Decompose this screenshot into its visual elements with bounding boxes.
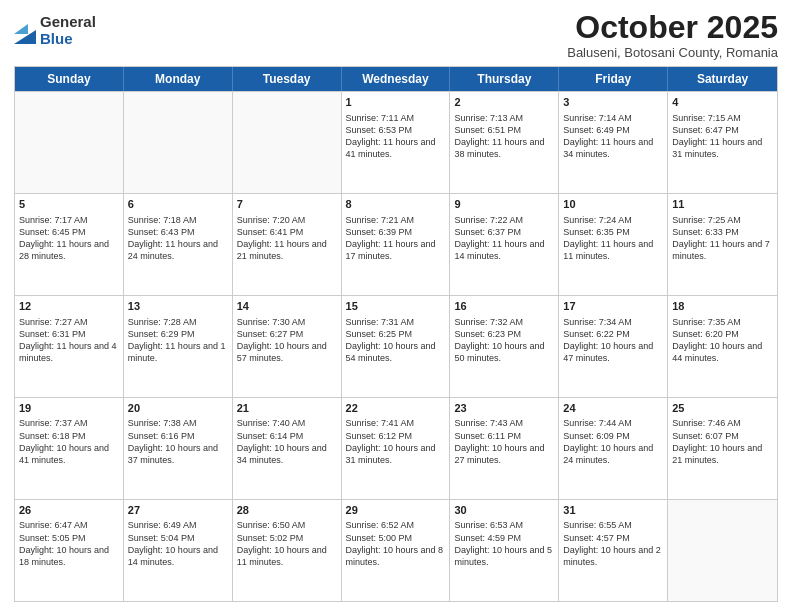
cal-cell-w1-d6: 3Sunrise: 7:14 AMSunset: 6:49 PMDaylight… <box>559 92 668 193</box>
calendar-week-5: 26Sunrise: 6:47 AMSunset: 5:05 PMDayligh… <box>15 499 777 601</box>
day-number: 25 <box>672 401 773 416</box>
cal-cell-w2-d4: 8Sunrise: 7:21 AMSunset: 6:39 PMDaylight… <box>342 194 451 295</box>
header-thursday: Thursday <box>450 67 559 91</box>
cell-content-line: Daylight: 10 hours and 21 minutes. <box>672 442 773 466</box>
cal-cell-w5-d5: 30Sunrise: 6:53 AMSunset: 4:59 PMDayligh… <box>450 500 559 601</box>
day-number: 17 <box>563 299 663 314</box>
cell-content-line: Sunset: 6:37 PM <box>454 226 554 238</box>
cal-cell-w2-d1: 5Sunrise: 7:17 AMSunset: 6:45 PMDaylight… <box>15 194 124 295</box>
cell-content-line: Sunset: 6:22 PM <box>563 328 663 340</box>
cal-cell-w1-d1 <box>15 92 124 193</box>
cal-cell-w3-d5: 16Sunrise: 7:32 AMSunset: 6:23 PMDayligh… <box>450 296 559 397</box>
cal-cell-w4-d3: 21Sunrise: 7:40 AMSunset: 6:14 PMDayligh… <box>233 398 342 499</box>
calendar: Sunday Monday Tuesday Wednesday Thursday… <box>14 66 778 602</box>
cell-content-line: Sunrise: 7:21 AM <box>346 214 446 226</box>
cell-content-line: Sunset: 6:12 PM <box>346 430 446 442</box>
cell-content-line: Daylight: 10 hours and 41 minutes. <box>19 442 119 466</box>
cell-content-line: Daylight: 11 hours and 17 minutes. <box>346 238 446 262</box>
cell-content-line: Sunset: 6:39 PM <box>346 226 446 238</box>
location-subtitle: Baluseni, Botosani County, Romania <box>567 45 778 60</box>
cell-content-line: Sunset: 6:14 PM <box>237 430 337 442</box>
cell-content-line: Daylight: 11 hours and 34 minutes. <box>563 136 663 160</box>
cell-content-line: Sunrise: 6:55 AM <box>563 519 663 531</box>
cell-content-line: Daylight: 11 hours and 41 minutes. <box>346 136 446 160</box>
cell-content-line: Sunset: 6:33 PM <box>672 226 773 238</box>
cal-cell-w2-d6: 10Sunrise: 7:24 AMSunset: 6:35 PMDayligh… <box>559 194 668 295</box>
cell-content-line: Daylight: 10 hours and 24 minutes. <box>563 442 663 466</box>
cell-content-line: Sunrise: 7:46 AM <box>672 417 773 429</box>
cal-cell-w4-d1: 19Sunrise: 7:37 AMSunset: 6:18 PMDayligh… <box>15 398 124 499</box>
day-number: 11 <box>672 197 773 212</box>
day-number: 18 <box>672 299 773 314</box>
cell-content-line: Sunrise: 7:30 AM <box>237 316 337 328</box>
cell-content-line: Sunrise: 6:50 AM <box>237 519 337 531</box>
cell-content-line: Sunset: 6:31 PM <box>19 328 119 340</box>
cal-cell-w5-d6: 31Sunrise: 6:55 AMSunset: 4:57 PMDayligh… <box>559 500 668 601</box>
day-number: 29 <box>346 503 446 518</box>
cal-cell-w5-d3: 28Sunrise: 6:50 AMSunset: 5:02 PMDayligh… <box>233 500 342 601</box>
cell-content-line: Sunrise: 6:53 AM <box>454 519 554 531</box>
day-number: 23 <box>454 401 554 416</box>
cell-content-line: Sunrise: 7:17 AM <box>19 214 119 226</box>
day-number: 5 <box>19 197 119 212</box>
cell-content-line: Sunrise: 7:37 AM <box>19 417 119 429</box>
cell-content-line: Daylight: 10 hours and 27 minutes. <box>454 442 554 466</box>
cal-cell-w3-d2: 13Sunrise: 7:28 AMSunset: 6:29 PMDayligh… <box>124 296 233 397</box>
cell-content-line: Sunset: 6:11 PM <box>454 430 554 442</box>
cell-content-line: Daylight: 10 hours and 18 minutes. <box>19 544 119 568</box>
calendar-header-row: Sunday Monday Tuesday Wednesday Thursday… <box>15 67 777 91</box>
cal-cell-w2-d7: 11Sunrise: 7:25 AMSunset: 6:33 PMDayligh… <box>668 194 777 295</box>
cell-content-line: Sunset: 6:27 PM <box>237 328 337 340</box>
cell-content-line: Sunrise: 7:44 AM <box>563 417 663 429</box>
cell-content-line: Daylight: 11 hours and 1 minute. <box>128 340 228 364</box>
cal-cell-w3-d4: 15Sunrise: 7:31 AMSunset: 6:25 PMDayligh… <box>342 296 451 397</box>
day-number: 1 <box>346 95 446 110</box>
cell-content-line: Sunset: 6:45 PM <box>19 226 119 238</box>
logo-blue-text: Blue <box>40 31 96 48</box>
cell-content-line: Sunrise: 7:32 AM <box>454 316 554 328</box>
day-number: 30 <box>454 503 554 518</box>
cell-content-line: Sunrise: 7:40 AM <box>237 417 337 429</box>
day-number: 15 <box>346 299 446 314</box>
cell-content-line: Sunset: 6:35 PM <box>563 226 663 238</box>
cal-cell-w3-d6: 17Sunrise: 7:34 AMSunset: 6:22 PMDayligh… <box>559 296 668 397</box>
cell-content-line: Daylight: 10 hours and 57 minutes. <box>237 340 337 364</box>
cell-content-line: Sunrise: 6:47 AM <box>19 519 119 531</box>
cal-cell-w5-d4: 29Sunrise: 6:52 AMSunset: 5:00 PMDayligh… <box>342 500 451 601</box>
cell-content-line: Sunset: 6:07 PM <box>672 430 773 442</box>
cell-content-line: Daylight: 11 hours and 24 minutes. <box>128 238 228 262</box>
header-sunday: Sunday <box>15 67 124 91</box>
cell-content-line: Sunrise: 7:34 AM <box>563 316 663 328</box>
cell-content-line: Sunset: 6:49 PM <box>563 124 663 136</box>
cell-content-line: Sunset: 5:05 PM <box>19 532 119 544</box>
cal-cell-w2-d3: 7Sunrise: 7:20 AMSunset: 6:41 PMDaylight… <box>233 194 342 295</box>
day-number: 31 <box>563 503 663 518</box>
cal-cell-w1-d2 <box>124 92 233 193</box>
day-number: 19 <box>19 401 119 416</box>
title-block: October 2025 Baluseni, Botosani County, … <box>567 10 778 60</box>
cell-content-line: Sunset: 6:18 PM <box>19 430 119 442</box>
header: General Blue October 2025 Baluseni, Boto… <box>14 10 778 60</box>
cell-content-line: Sunset: 5:04 PM <box>128 532 228 544</box>
header-wednesday: Wednesday <box>342 67 451 91</box>
cal-cell-w4-d7: 25Sunrise: 7:46 AMSunset: 6:07 PMDayligh… <box>668 398 777 499</box>
cal-cell-w1-d5: 2Sunrise: 7:13 AMSunset: 6:51 PMDaylight… <box>450 92 559 193</box>
cal-cell-w5-d2: 27Sunrise: 6:49 AMSunset: 5:04 PMDayligh… <box>124 500 233 601</box>
day-number: 4 <box>672 95 773 110</box>
cell-content-line: Sunrise: 7:15 AM <box>672 112 773 124</box>
cell-content-line: Sunset: 6:25 PM <box>346 328 446 340</box>
cell-content-line: Sunrise: 7:13 AM <box>454 112 554 124</box>
logo: General Blue <box>14 14 96 47</box>
cell-content-line: Sunrise: 7:38 AM <box>128 417 228 429</box>
cell-content-line: Sunset: 6:41 PM <box>237 226 337 238</box>
cell-content-line: Sunrise: 6:49 AM <box>128 519 228 531</box>
logo-general-text: General <box>40 14 96 31</box>
cell-content-line: Sunrise: 7:41 AM <box>346 417 446 429</box>
cell-content-line: Sunrise: 7:24 AM <box>563 214 663 226</box>
cell-content-line: Sunrise: 7:28 AM <box>128 316 228 328</box>
header-saturday: Saturday <box>668 67 777 91</box>
cell-content-line: Daylight: 10 hours and 11 minutes. <box>237 544 337 568</box>
day-number: 6 <box>128 197 228 212</box>
cell-content-line: Sunrise: 7:14 AM <box>563 112 663 124</box>
cell-content-line: Sunset: 6:09 PM <box>563 430 663 442</box>
